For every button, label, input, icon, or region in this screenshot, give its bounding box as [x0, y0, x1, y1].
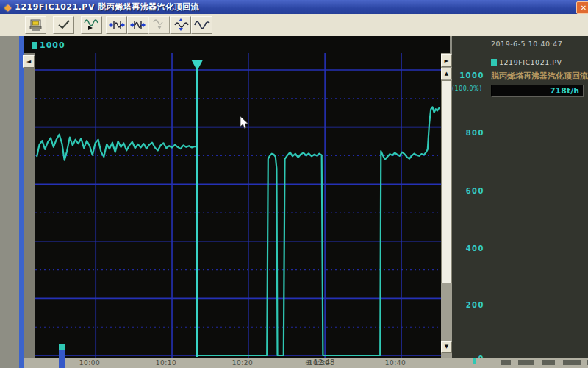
time-axis-strip: 10:00 10:10 10:20 10:30 10:40 ⊕ 12:48: [24, 358, 588, 368]
pan-left-button[interactable]: ◄: [23, 55, 35, 68]
pan-left-wave-button[interactable]: [106, 16, 127, 34]
left-scroll-track[interactable]: [24, 53, 35, 358]
legend-panel: 1000 (100.0%) 800 600 400 200 0 2019-6-5…: [452, 36, 588, 358]
pen-color-swatch: [32, 42, 37, 49]
wave-button[interactable]: [191, 16, 212, 34]
left-margin: [0, 36, 19, 368]
pen-tag: 1219FIC1021.PV: [499, 58, 562, 66]
checkmark-icon: [56, 18, 72, 32]
trend-plot-svg: [35, 53, 441, 358]
wave-markers-right-icon: [129, 18, 147, 32]
toolbar: [0, 14, 588, 37]
scroll-up-button[interactable]: ▲: [441, 68, 452, 79]
window-border-strip: [19, 36, 24, 368]
print-button[interactable]: [25, 16, 46, 34]
compress-wave-button[interactable]: [148, 16, 170, 34]
y-tick-800: 800: [453, 129, 484, 137]
pan-right-button[interactable]: ►: [441, 54, 452, 67]
legend-entry[interactable]: 1219FIC1021.PV: [491, 58, 562, 66]
current-timestamp: 2019-6-5 10:40:47: [491, 40, 562, 48]
wave-markers-left-icon: [108, 18, 126, 32]
trend-plot[interactable]: [35, 53, 441, 358]
close-button[interactable]: ✕: [576, 1, 588, 14]
run-trend-button[interactable]: [81, 16, 102, 34]
wave-compress-icon: [151, 18, 168, 32]
pan-right-wave-button[interactable]: [127, 16, 148, 34]
y-scale-percent: (100.0%): [452, 85, 489, 92]
legend-color-swatch: [491, 59, 497, 66]
y-tick-400: 400: [453, 244, 484, 252]
photo-watermark: ⊕ 12:48: [305, 358, 334, 367]
trend-line: [37, 107, 439, 355]
trend-viewer-window: ◆ 1219FIC1021.PV 脱丙烯塔再沸器汽化顶回流 ✕: [0, 0, 588, 368]
pen-description: 脱丙烯塔再沸器汽化顶回流: [491, 71, 588, 82]
window-title: 1219FIC1021.PV 脱丙烯塔再沸器汽化顶回流: [15, 1, 199, 13]
x-tick-1: 10:00: [74, 359, 106, 367]
printer-icon: [28, 18, 44, 32]
app-icon: ◆: [4, 3, 11, 12]
confirm-button[interactable]: [53, 16, 74, 34]
pen-value-display: 718t/h: [491, 85, 584, 97]
expand-wave-button[interactable]: [170, 16, 191, 34]
photo-artifact-dot: [473, 358, 476, 364]
scroll-down-button[interactable]: ▼: [441, 341, 452, 353]
y-tick-600: 600: [453, 187, 484, 195]
wave-icon: [193, 18, 211, 32]
x-tick-5: 10:40: [379, 359, 412, 367]
run-wave-icon: [83, 18, 101, 32]
y-tick-1000: 1000: [453, 71, 484, 79]
title-bar[interactable]: ◆ 1219FIC1021.PV 脱丙烯塔再沸器汽化顶回流 ✕: [0, 0, 588, 14]
mouse-pointer-icon: [240, 116, 250, 130]
x-tick-2: 10:10: [150, 359, 182, 367]
pen-range-strip: 1000: [24, 36, 450, 53]
pen-range-max: 1000: [40, 40, 65, 50]
wave-expand-icon: [172, 18, 190, 32]
y-tick-200: 200: [453, 301, 484, 309]
trend-cursor-marker[interactable]: [191, 60, 203, 71]
x-tick-3: 10:20: [226, 359, 259, 367]
scrollbar-thumb[interactable]: [441, 80, 452, 283]
photo-artifact-bar: [59, 344, 65, 368]
